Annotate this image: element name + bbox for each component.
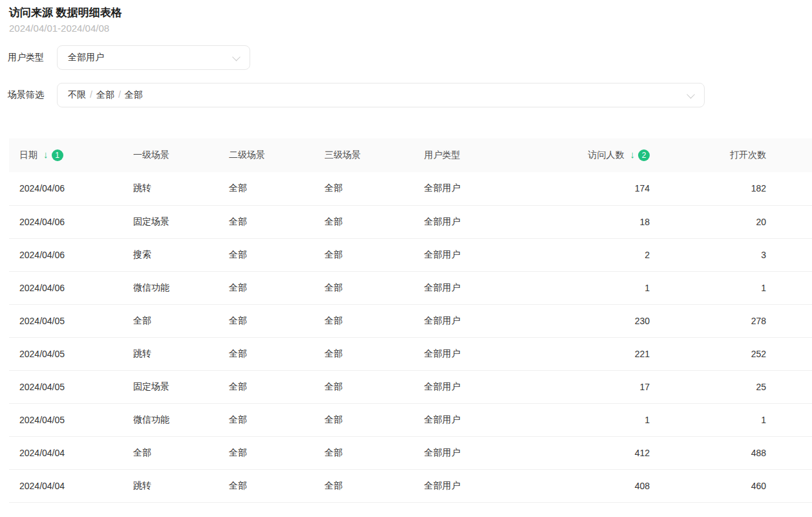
table-row: 2024/04/06搜索全部全部全部用户23 <box>9 238 812 271</box>
table-header-row: 日期↓1一级场景二级场景三级场景用户类型访问人数↓2打开次数 <box>9 138 812 172</box>
table-cell: 固定场景 <box>133 370 229 403</box>
table-cell: 全部 <box>229 304 325 337</box>
table-cell: 全部 <box>325 271 424 304</box>
table-cell: 微信功能 <box>133 403 229 436</box>
table-cell: 跳转 <box>133 469 229 502</box>
table-cell: 20 <box>650 205 812 238</box>
column-header-7[interactable]: 打开次数 <box>650 138 812 172</box>
table-cell: 2024/04/05 <box>9 304 133 337</box>
table-cell: 全部用户 <box>424 469 553 502</box>
cascader-segment: 全部 <box>96 89 114 100</box>
table-cell: 全部 <box>229 205 325 238</box>
user-type-select[interactable]: 全部用户 <box>57 45 250 70</box>
scene-filter-cascader[interactable]: 不限/全部/全部 <box>57 83 705 107</box>
table-cell: 全部 <box>133 304 229 337</box>
sort-desc-icon: ↓ <box>630 149 636 160</box>
column-header-2[interactable]: 一级场景 <box>133 138 229 172</box>
table-cell: 全部用户 <box>424 337 553 370</box>
table-cell: 全部 <box>229 403 325 436</box>
data-detail-table: 日期↓1一级场景二级场景三级场景用户类型访问人数↓2打开次数 2024/04/0… <box>9 138 812 503</box>
column-label: 三级场景 <box>325 149 361 160</box>
user-type-label: 用户类型 <box>8 52 57 63</box>
column-label: 打开次数 <box>730 149 766 160</box>
table-body: 2024/04/06跳转全部全部全部用户1741822024/04/06固定场景… <box>9 172 812 502</box>
table-cell: 全部 <box>229 271 325 304</box>
table-cell: 408 <box>553 469 650 502</box>
cascader-segment: 不限 <box>68 89 86 100</box>
table-cell: 1 <box>650 403 812 436</box>
table-cell: 全部 <box>325 436 424 469</box>
column-header-5[interactable]: 用户类型 <box>424 138 553 172</box>
table-cell: 固定场景 <box>133 205 229 238</box>
table-cell: 460 <box>650 469 812 502</box>
table-cell: 全部 <box>325 469 424 502</box>
table-cell: 全部用户 <box>424 304 553 337</box>
page-root: 访问来源 数据明细表格 2024/04/01-2024/04/08 用户类型 全… <box>0 5 812 503</box>
table-cell: 2024/04/05 <box>9 337 133 370</box>
cascader-separator: / <box>114 89 125 100</box>
table-cell: 全部 <box>325 238 424 271</box>
table-cell: 1 <box>650 271 812 304</box>
table-row: 2024/04/05全部全部全部全部用户230278 <box>9 304 812 337</box>
column-header-3[interactable]: 二级场景 <box>229 138 325 172</box>
column-header-4[interactable]: 三级场景 <box>325 138 424 172</box>
column-label: 日期 <box>19 149 37 160</box>
table-cell: 221 <box>553 337 650 370</box>
sort-desc-icon: ↓ <box>43 149 48 160</box>
table-cell: 全部用户 <box>424 205 553 238</box>
table-cell: 全部 <box>325 403 424 436</box>
table-cell: 2024/04/06 <box>9 271 133 304</box>
table-cell: 全部 <box>229 238 325 271</box>
table-cell: 全部 <box>325 205 424 238</box>
table-cell: 488 <box>650 436 812 469</box>
cascader-segment: 全部 <box>125 89 143 100</box>
table-cell: 2024/04/06 <box>9 205 133 238</box>
scene-filter-label: 场景筛选 <box>8 89 57 101</box>
table-cell: 全部用户 <box>424 238 553 271</box>
column-label: 访问人数 <box>588 149 625 160</box>
chevron-down-icon <box>232 53 240 61</box>
column-header-6[interactable]: 访问人数↓2 <box>553 138 650 172</box>
table-row: 2024/04/06跳转全部全部全部用户174182 <box>9 172 812 205</box>
table-cell: 全部 <box>229 370 325 403</box>
table-row: 2024/04/05固定场景全部全部全部用户1725 <box>9 370 812 403</box>
table-cell: 1 <box>553 271 650 304</box>
scene-filter-value: 不限/全部/全部 <box>68 89 143 101</box>
table-cell: 2024/04/06 <box>9 238 133 271</box>
table-cell: 3 <box>650 238 812 271</box>
table-cell: 2 <box>553 238 650 271</box>
table-header: 日期↓1一级场景二级场景三级场景用户类型访问人数↓2打开次数 <box>9 138 812 172</box>
table-cell: 全部用户 <box>424 271 553 304</box>
table-cell: 2024/04/04 <box>9 436 133 469</box>
table-cell: 全部 <box>229 469 325 502</box>
table-cell: 微信功能 <box>133 271 229 304</box>
table-cell: 182 <box>650 172 812 205</box>
column-header-1[interactable]: 日期↓1 <box>9 138 133 172</box>
table-cell: 2024/04/05 <box>9 370 133 403</box>
table-cell: 全部 <box>325 370 424 403</box>
table-cell: 全部 <box>325 172 424 205</box>
table-cell: 跳转 <box>133 337 229 370</box>
table-cell: 18 <box>553 205 650 238</box>
table-cell: 全部 <box>325 304 424 337</box>
table-row: 2024/04/06微信功能全部全部全部用户11 <box>9 271 812 304</box>
table-cell: 2024/04/04 <box>9 469 133 502</box>
table-cell: 搜索 <box>133 238 229 271</box>
table-cell: 全部 <box>133 436 229 469</box>
table-cell: 全部用户 <box>424 436 553 469</box>
table-cell: 174 <box>553 172 650 205</box>
table-cell: 252 <box>650 337 812 370</box>
table-row: 2024/04/05微信功能全部全部全部用户11 <box>9 403 812 436</box>
user-type-filter-row: 用户类型 全部用户 <box>8 45 812 70</box>
table-cell: 2024/04/05 <box>9 403 133 436</box>
table-cell: 17 <box>553 370 650 403</box>
chevron-down-icon <box>687 91 695 99</box>
cascader-separator: / <box>86 89 96 100</box>
table-cell: 全部 <box>229 172 325 205</box>
table-cell: 2024/04/06 <box>9 172 133 205</box>
sort-order-badge: 2 <box>638 149 650 161</box>
table-cell: 1 <box>553 403 650 436</box>
table-cell: 全部用户 <box>424 403 553 436</box>
column-label: 一级场景 <box>133 149 169 160</box>
user-type-value: 全部用户 <box>68 52 104 63</box>
